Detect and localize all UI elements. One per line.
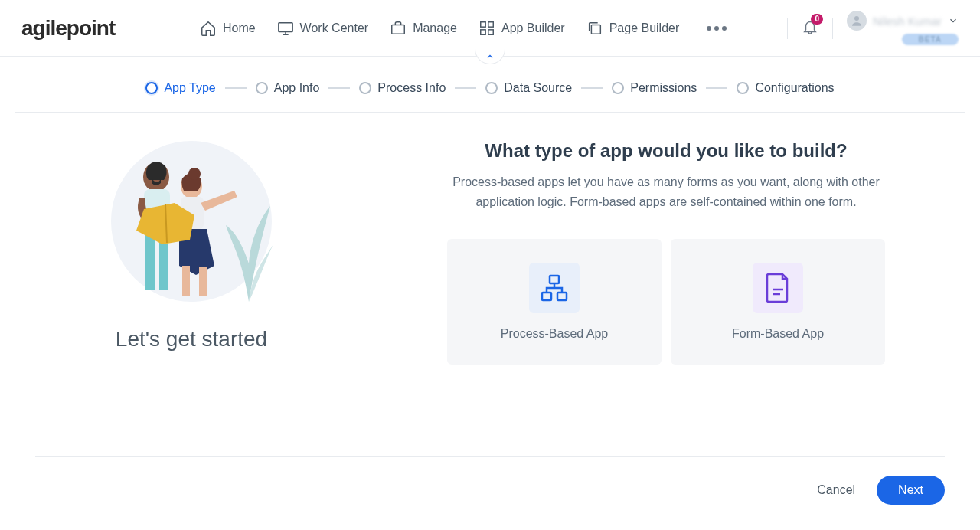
next-button[interactable]: Next	[877, 476, 945, 505]
nav-label: Manage	[413, 21, 457, 35]
svg-rect-17	[550, 276, 559, 283]
svg-rect-15	[182, 266, 190, 296]
home-icon	[200, 20, 217, 37]
logo: agilepoint	[21, 16, 115, 41]
option-process-based[interactable]: Process-Based App	[447, 239, 662, 365]
chevron-down-icon	[948, 15, 959, 26]
divider	[787, 18, 788, 39]
nav-label: Work Center	[300, 21, 369, 35]
step-permissions[interactable]: Permissions	[612, 81, 697, 95]
svg-rect-4	[481, 29, 485, 34]
left-heading: Let's get started	[116, 327, 267, 352]
nav-page-builder[interactable]: Page Builder	[586, 20, 680, 37]
svg-rect-19	[557, 293, 567, 300]
wizard-stepper: App Type App Info Process Info Data Sour…	[15, 57, 965, 113]
svg-point-13	[188, 168, 201, 180]
main-description: Process-based apps let you have as many …	[444, 172, 888, 211]
nav-work-center[interactable]: Work Center	[277, 20, 369, 37]
avatar	[847, 11, 867, 31]
nav-home[interactable]: Home	[200, 20, 256, 37]
nav-label: Home	[223, 21, 256, 35]
user-name: Nilesh Kumar	[873, 15, 942, 28]
step-process-info[interactable]: Process Info	[359, 81, 446, 95]
monitor-icon	[277, 20, 294, 37]
card-label: Form-Based App	[732, 327, 824, 341]
svg-rect-1	[392, 25, 405, 34]
step-app-info[interactable]: App Info	[256, 81, 320, 95]
illustration	[100, 137, 283, 313]
svg-rect-2	[481, 21, 485, 26]
svg-point-7	[854, 16, 859, 21]
step-app-type[interactable]: App Type	[145, 81, 215, 95]
cancel-button[interactable]: Cancel	[817, 483, 855, 497]
svg-rect-0	[278, 22, 292, 31]
process-icon	[529, 263, 580, 313]
svg-rect-18	[542, 293, 551, 300]
svg-rect-3	[488, 21, 493, 26]
option-form-based[interactable]: Form-Based App	[671, 239, 885, 365]
step-data-source[interactable]: Data Source	[485, 81, 572, 95]
notification-badge: 0	[811, 14, 823, 25]
svg-rect-6	[591, 25, 600, 34]
card-label: Process-Based App	[501, 327, 609, 341]
svg-rect-16	[199, 267, 207, 296]
chevron-up-icon	[485, 52, 495, 61]
svg-rect-5	[488, 29, 493, 34]
form-icon	[753, 263, 803, 313]
nav-label: Page Builder	[609, 21, 680, 35]
step-configurations[interactable]: Configurations	[737, 81, 834, 95]
nav-label: App Builder	[501, 21, 565, 35]
nav-more[interactable]	[701, 26, 733, 31]
nav-manage[interactable]: Manage	[390, 20, 457, 37]
nav-app-builder[interactable]: App Builder	[479, 20, 565, 37]
divider	[832, 18, 833, 39]
notifications-button[interactable]: 0	[802, 18, 818, 38]
user-menu[interactable]: Nilesh Kumar	[847, 11, 959, 31]
briefcase-icon	[390, 20, 407, 37]
beta-badge: BETA	[902, 34, 959, 45]
grid-icon	[479, 20, 495, 37]
copy-icon	[586, 20, 603, 37]
main-title: What type of app would you like to build…	[485, 140, 847, 162]
